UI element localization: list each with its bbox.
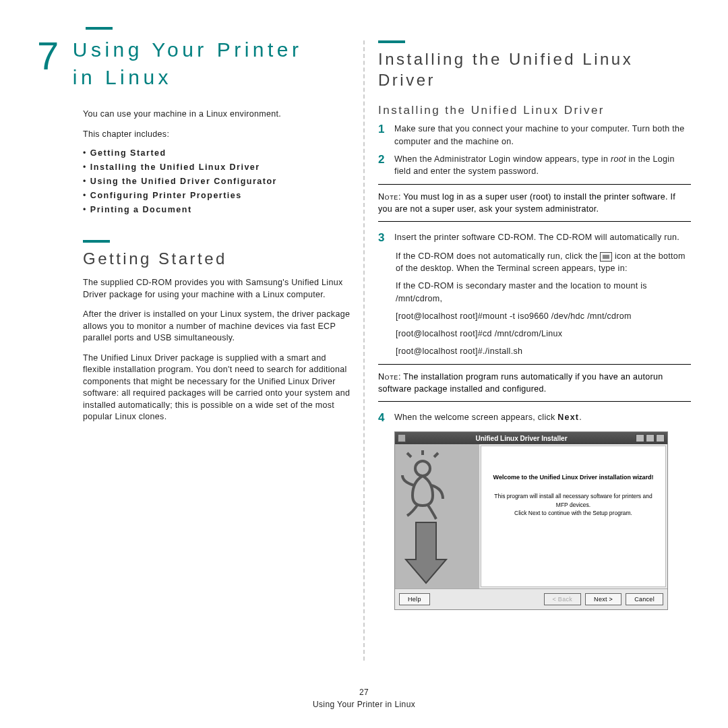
- svg-line-1: [407, 453, 411, 457]
- step-number: 3: [378, 231, 394, 245]
- toc-item: Installing the Unified Linux Driver: [83, 162, 355, 172]
- page-number: 27: [0, 686, 728, 698]
- app-icon: [398, 434, 406, 442]
- installer-desc: This program will install all necessary …: [488, 492, 659, 510]
- close-icon: [656, 434, 665, 442]
- installing-heading: Installing the Unified Linux Driver: [378, 49, 691, 90]
- step-text: When the Administrator Login window appe…: [394, 153, 691, 177]
- installer-footer: Help < Back Next > Cancel: [395, 588, 667, 609]
- help-window-icon: [636, 434, 644, 442]
- note-label: Note: [378, 192, 398, 202]
- step-number: 4: [378, 411, 394, 425]
- includes-label: This chapter includes:: [83, 129, 355, 141]
- footer-label: Using Your Printer in Linux: [0, 698, 728, 710]
- installing-subheading: Installing the Unified Linux Driver: [378, 104, 691, 117]
- sub-instruction: If the CD-ROM does not automatically run…: [396, 250, 691, 274]
- section-header: Getting Started: [37, 240, 355, 269]
- body-paragraph: After the driver is installed on your Li…: [83, 309, 355, 344]
- toc-item: Configuring Printer Properties: [83, 191, 355, 200]
- installer-welcome: Welcome to the Unified Linux Driver inst…: [488, 473, 659, 483]
- note-text: : The installation program runs automati…: [378, 372, 663, 394]
- command-text: [root@localhost root]#cd /mnt/cdrom/Linu…: [396, 328, 691, 340]
- sub-instruction: If the CD-ROM is secondary master and th…: [396, 280, 691, 304]
- installer-desc: Click Next to continue with the Setup pr…: [488, 509, 659, 518]
- getting-started-heading: Getting Started: [83, 248, 355, 269]
- step-list: 4 When the welcome screen appears, click…: [378, 411, 691, 425]
- intro-text: You can use your machine in a Linux envi…: [83, 109, 355, 121]
- minimize-icon: [646, 434, 655, 442]
- toc-item: Using the Unified Driver Configurator: [83, 177, 355, 186]
- step-number: 1: [378, 123, 394, 147]
- installer-content: Welcome to the Unified Linux Driver inst…: [481, 446, 666, 587]
- cancel-button[interactable]: Cancel: [626, 593, 663, 605]
- toc-item: Getting Started: [83, 148, 355, 158]
- step-text: Insert the printer software CD-ROM. The …: [394, 231, 679, 245]
- note-box: Note: You must log in as a super user (r…: [378, 184, 691, 222]
- command-text: [root@localhost root]#mount -t iso9660 /…: [396, 310, 691, 322]
- page-footer: 27 Using Your Printer in Linux: [0, 686, 728, 710]
- chapter-title: Using Your Printer in Linux: [73, 36, 329, 91]
- step-text: When the welcome screen appears, click N…: [394, 411, 582, 425]
- note-box: Note: The installation program runs auto…: [378, 364, 691, 402]
- step-text: Make sure that you connect your machine …: [394, 123, 691, 147]
- step-list: 1 Make sure that you connect your machin…: [378, 123, 691, 177]
- note-text: : You must log in as a super user (root)…: [378, 192, 675, 214]
- help-button[interactable]: Help: [399, 593, 430, 605]
- step-list: 3 Insert the printer software CD-ROM. Th…: [378, 231, 691, 245]
- chapter-header: 7 Using Your Printer in Linux: [37, 27, 355, 91]
- section-header: Installing the Unified Linux Driver: [378, 40, 691, 90]
- body-paragraph: The supplied CD-ROM provides you with Sa…: [83, 277, 355, 301]
- body-paragraph: The Unified Linux Driver package is supp…: [83, 353, 355, 423]
- next-button[interactable]: Next >: [585, 593, 621, 605]
- note-label: Note: [378, 372, 398, 382]
- step-number: 2: [378, 153, 394, 177]
- installer-title: Unified Linux Driver Installer: [408, 435, 634, 442]
- toc-item: Printing a Document: [83, 205, 355, 214]
- installer-titlebar: Unified Linux Driver Installer: [395, 432, 667, 444]
- command-text: [root@localhost root]#./install.sh: [396, 345, 691, 357]
- chapter-number: 7: [37, 36, 60, 75]
- svg-point-0: [415, 461, 430, 476]
- installer-side-graphic: [395, 444, 479, 588]
- terminal-icon: [600, 252, 612, 262]
- installer-screenshot: Unified Linux Driver Installer: [394, 431, 668, 610]
- chapter-toc: Getting Started Installing the Unified L…: [83, 148, 355, 214]
- svg-line-2: [434, 453, 438, 457]
- back-button[interactable]: < Back: [544, 593, 582, 605]
